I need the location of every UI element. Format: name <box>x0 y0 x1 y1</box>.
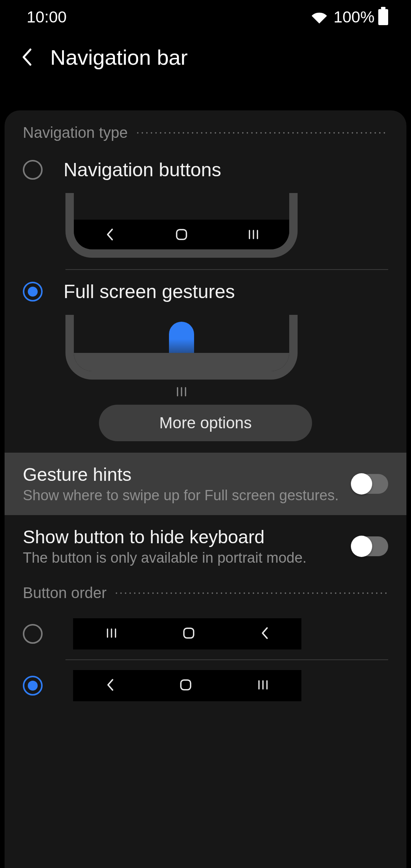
battery-icon <box>378 9 388 25</box>
divider-dots <box>114 592 388 594</box>
recents-icon <box>257 680 269 692</box>
preview-navigation-buttons <box>5 185 406 269</box>
switch-gesture-hints[interactable] <box>352 474 388 494</box>
item-subtitle: Show where to swipe up for Full screen g… <box>23 487 340 504</box>
section-title: Button order <box>23 584 107 602</box>
section-header-button-order: Button order <box>5 578 406 608</box>
page-title: Navigation bar <box>50 45 188 70</box>
settings-panel: Navigation type Navigation buttons <box>5 110 406 868</box>
svg-rect-2 <box>181 680 191 690</box>
divider-dots <box>135 132 388 134</box>
radio-icon <box>23 282 43 302</box>
svg-rect-1 <box>184 628 194 638</box>
option-label: Full screen gestures <box>64 281 235 303</box>
item-subtitle: The button is only available in portrait… <box>23 550 340 566</box>
back-icon <box>98 228 121 241</box>
clock: 10:00 <box>27 8 67 26</box>
back-icon <box>106 678 114 693</box>
option-label: Navigation buttons <box>64 159 221 181</box>
order-preview <box>73 618 301 649</box>
wifi-icon <box>312 11 327 24</box>
order-preview <box>73 670 301 701</box>
option-order-recents-first[interactable] <box>5 608 406 659</box>
recents-icon <box>242 229 265 240</box>
section-title: Navigation type <box>23 124 128 141</box>
item-title: Gesture hints <box>23 464 340 485</box>
recents-icon <box>106 628 117 640</box>
preview-full-screen-gestures <box>5 306 406 401</box>
back-icon <box>260 627 269 641</box>
home-icon <box>170 228 193 241</box>
radio-icon <box>23 160 43 180</box>
radio-icon <box>23 676 43 696</box>
home-icon <box>183 627 195 641</box>
home-icon <box>180 679 192 692</box>
svg-rect-0 <box>177 230 186 239</box>
switch-hide-keyboard[interactable] <box>352 536 388 556</box>
item-gesture-hints[interactable]: Gesture hints Show where to swipe up for… <box>5 453 406 515</box>
option-full-screen-gestures[interactable]: Full screen gestures <box>5 270 406 306</box>
item-hide-keyboard-button[interactable]: Show button to hide keyboard The button … <box>5 515 406 578</box>
header: Navigation bar <box>0 34 411 80</box>
item-title: Show button to hide keyboard <box>23 527 340 547</box>
back-button[interactable] <box>18 48 35 66</box>
status-bar: 10:00 100% <box>0 0 411 34</box>
option-order-back-first[interactable] <box>5 660 406 711</box>
recents-icon <box>176 386 187 399</box>
option-navigation-buttons[interactable]: Navigation buttons <box>5 148 406 185</box>
section-header-nav-type: Navigation type <box>5 110 406 148</box>
radio-icon <box>23 624 43 644</box>
battery-percent: 100% <box>334 8 374 26</box>
more-options-button[interactable]: More options <box>99 405 312 441</box>
